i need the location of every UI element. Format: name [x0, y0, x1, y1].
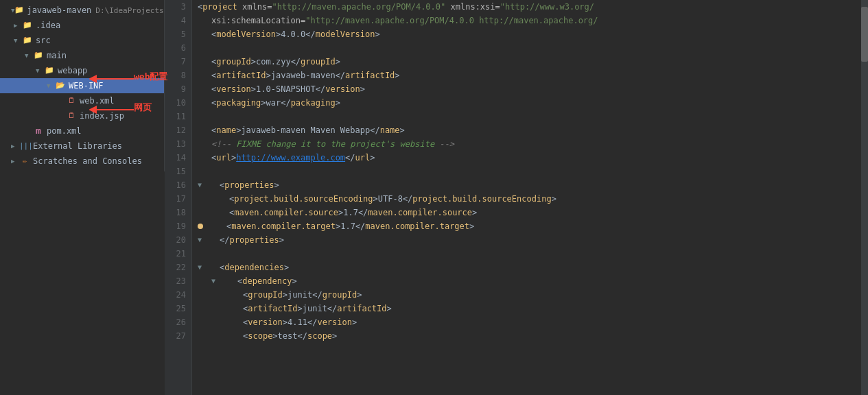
code-line-8: <artifactId>javaweb-maven</artifactId>: [198, 69, 861, 82]
code-line-26: <version>4.11</version>: [198, 315, 861, 329]
file-tree-panel: ▼ 📁 javaweb-maven D:\IdeaProjects\javawe…: [0, 0, 165, 171]
code-line-9: <version>1.0-SNAPSHOT</version>: [198, 82, 861, 96]
vertical-scrollbar[interactable]: [861, 0, 868, 395]
xml-file-icon: 🗒: [66, 95, 77, 106]
code-editor-panel: 3 4 5 6 7 8 9 10 11 12 13 14 15 16 17 18…: [165, 0, 868, 395]
code-line-7: <groupId>com.zyy</groupId>: [198, 55, 861, 69]
code-line-23: ▼ <dependency>: [198, 274, 861, 288]
file-tree[interactable]: ▼ 📁 javaweb-maven D:\IdeaProjects\javawe…: [0, 0, 164, 171]
code-line-17: <project.build.sourceEncoding>UTF-8</pro…: [198, 192, 861, 206]
line-num-11: 11: [165, 110, 186, 123]
line-numbers: 3 4 5 6 7 8 9 10 11 12 13 14 15 16 17 18…: [165, 0, 192, 395]
arrow-icon: ▼: [36, 67, 44, 74]
annotation-web-config: web配置: [134, 71, 167, 83]
line-num-8: 8: [165, 69, 186, 82]
tree-label: index.jsp: [80, 111, 124, 121]
tree-label: main: [47, 51, 67, 60]
code-line-19: <maven.compiler.target>1.7</maven.compil…: [198, 219, 861, 233]
tree-label: src: [36, 36, 51, 45]
fold-icon[interactable]: ▼: [198, 261, 206, 274]
path-label: D:\IdeaProjects\javaweb-maven: [95, 6, 164, 15]
library-icon: |||: [19, 141, 30, 152]
code-line-6: [198, 41, 861, 55]
code-line-24: <groupId>junit</groupId>: [198, 288, 861, 302]
scrollbar-thumb[interactable]: [861, 7, 868, 62]
line-num-17: 17: [165, 192, 186, 206]
tree-label: pom.xml: [47, 126, 82, 136]
arrow-icon: ▼: [14, 37, 22, 44]
annotation-page: 网页: [134, 101, 152, 114]
code-line-15: [198, 165, 861, 178]
code-line-22: ▼ <dependencies>: [198, 261, 861, 274]
code-line-5: <modelVersion>4.0.0</modelVersion>: [198, 27, 861, 41]
folder-open-icon: 📂: [55, 80, 66, 91]
tree-label: .idea: [36, 21, 60, 30]
code-line-20: ▼ </properties>: [198, 233, 861, 247]
tree-item-external-libs[interactable]: ▶ ||| External Libraries: [0, 139, 164, 154]
line-num-18: 18: [165, 206, 186, 219]
line-num-9: 9: [165, 82, 186, 96]
tree-item-main[interactable]: ▼ 📁 main: [0, 48, 164, 63]
arrow-icon: ▼: [47, 82, 55, 89]
arrow-icon: ▶: [11, 158, 19, 165]
left-panel: ▼ 📁 javaweb-maven D:\IdeaProjects\javawe…: [0, 0, 165, 395]
code-line-21: [198, 247, 861, 261]
warning-dot-icon: [198, 224, 203, 229]
fold-icon[interactable]: ▼: [211, 274, 220, 288]
code-view[interactable]: <project xmlns="http://maven.apache.org/…: [192, 0, 861, 395]
code-line-4: xsi:schemaLocation="http://maven.apache.…: [198, 14, 861, 27]
line-num-13: 13: [165, 137, 186, 151]
line-num-7: 7: [165, 55, 186, 69]
folder-icon: 📁: [14, 5, 24, 16]
tree-item-pomxml[interactable]: m pom.xml: [0, 123, 164, 139]
line-num-16: 16: [165, 178, 186, 192]
line-num-24: 24: [165, 288, 186, 302]
line-num-4: 4: [165, 14, 186, 27]
tree-item-scratches[interactable]: ▶ ✏ Scratches and Consoles: [0, 154, 164, 169]
line-num-23: 23: [165, 274, 186, 288]
editor-area: 3 4 5 6 7 8 9 10 11 12 13 14 15 16 17 18…: [165, 0, 868, 395]
line-num-25: 25: [165, 302, 186, 315]
scratch-icon: ✏: [19, 156, 30, 167]
line-num-3: 3: [165, 0, 186, 14]
code-line-18: <maven.compiler.source>1.7</maven.compil…: [198, 206, 861, 219]
tree-label: WEB-INF: [69, 81, 104, 91]
folder-icon: 📁: [22, 35, 33, 46]
arrow-icon: ▼: [25, 52, 33, 59]
folder-icon: 📁: [33, 50, 44, 61]
fold-icon[interactable]: ▼: [198, 178, 206, 192]
fold-icon[interactable]: ▼: [198, 233, 206, 247]
code-line-13: <!-- FIXME change it to the project's we…: [198, 137, 861, 151]
code-line-27: <scope>test</scope>: [198, 329, 861, 343]
line-num-12: 12: [165, 123, 186, 137]
code-line-3: <project xmlns="http://maven.apache.org/…: [198, 0, 861, 14]
line-num-21: 21: [165, 247, 186, 261]
code-line-10: <packaging>war</packaging>: [198, 96, 861, 110]
code-line-12: <name>javaweb-maven Maven Webapp</name>: [198, 123, 861, 137]
line-num-10: 10: [165, 96, 186, 110]
line-num-19: 19: [165, 219, 186, 233]
code-line-11: [198, 110, 861, 123]
folder-icon: 📁: [22, 20, 33, 31]
tree-item-root[interactable]: ▼ 📁 javaweb-maven D:\IdeaProjects\javawe…: [0, 3, 164, 18]
tree-label: web.xml: [80, 96, 115, 106]
line-num-26: 26: [165, 315, 186, 329]
jsp-file-icon: 🗒: [66, 110, 77, 121]
line-num-5: 5: [165, 27, 186, 41]
code-line-14: <url>http://www.example.com</url>: [198, 151, 861, 165]
line-num-14: 14: [165, 151, 186, 165]
tree-item-idea[interactable]: ▶ 📁 .idea: [0, 18, 164, 33]
arrow-icon: ▶: [14, 22, 22, 29]
line-num-20: 20: [165, 233, 186, 247]
tree-item-src[interactable]: ▼ 📁 src: [0, 33, 164, 48]
line-num-15: 15: [165, 165, 186, 178]
line-num-22: 22: [165, 261, 186, 274]
maven-file-icon: m: [33, 125, 44, 136]
arrow-icon: ▶: [11, 143, 19, 149]
line-num-27: 27: [165, 329, 186, 343]
tree-label: Scratches and Consoles: [33, 156, 142, 166]
folder-icon: 📁: [44, 65, 55, 76]
tree-label: External Libraries: [33, 141, 122, 151]
line-num-6: 6: [165, 41, 186, 55]
code-line-16: ▼ <properties>: [198, 178, 861, 192]
